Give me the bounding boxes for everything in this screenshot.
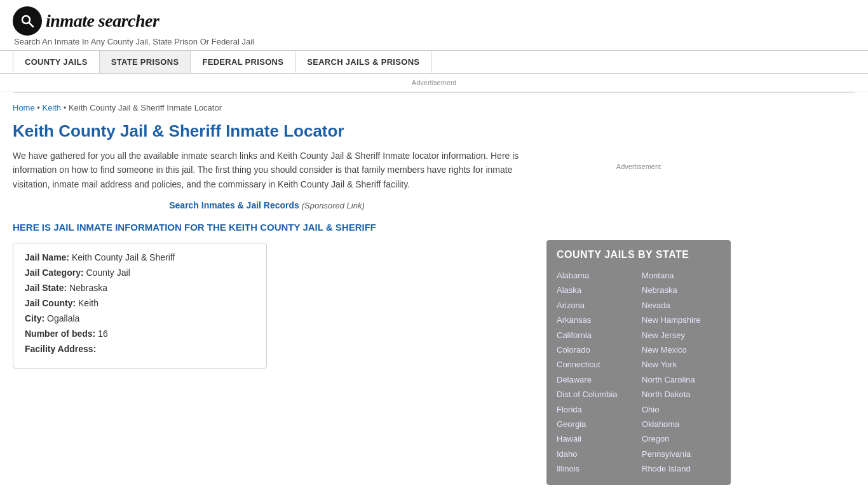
state-link-georgia[interactable]: Georgia: [557, 419, 586, 429]
main-nav: COUNTY JAILS STATE PRISONS FEDERAL PRISO…: [0, 50, 868, 74]
state-link-oregon[interactable]: Oregon: [642, 434, 669, 444]
main-content: Home • Keith • Keith County Jail & Sheri…: [13, 93, 534, 485]
sponsored-link-area: Search Inmates & Jail Records (Sponsored…: [13, 200, 521, 210]
nav-county-jails[interactable]: COUNTY JAILS: [13, 51, 100, 73]
jail-county-label: Jail County:: [25, 298, 76, 308]
state-link-connecticut[interactable]: Connecticut: [557, 360, 600, 369]
state-link-delaware[interactable]: Delaware: [557, 375, 592, 384]
nav-state-prisons[interactable]: STATE PRISONS: [99, 51, 191, 73]
state-link-arkansas[interactable]: Arkansas: [557, 315, 591, 325]
sponsored-note: (Sponsored Link): [302, 201, 365, 210]
page-description: We have gathered for you all the availab…: [13, 149, 521, 191]
ad-sidebar: Advertisement: [546, 103, 731, 230]
tagline: Search An Inmate In Any County Jail, Sta…: [14, 37, 855, 46]
jail-address-row: Facility Address:: [25, 344, 255, 354]
breadcrumb-home[interactable]: Home: [13, 103, 35, 112]
state-link-hawaii[interactable]: Hawaii: [557, 434, 581, 444]
jail-beds-label: Number of beds:: [25, 329, 95, 339]
state-link-nebraska[interactable]: Nebraska: [642, 285, 677, 295]
state-link-pennsylvania[interactable]: Pennsylvania: [642, 449, 691, 459]
state-link-new-york[interactable]: New York: [642, 360, 677, 369]
county-jails-by-state-box: COUNTY JAILS BY STATE Alabama Alaska Ari…: [546, 240, 731, 485]
state-link-alaska[interactable]: Alaska: [557, 285, 581, 295]
jail-state-value: Nebraska: [69, 283, 107, 293]
state-link-new-jersey[interactable]: New Jersey: [642, 330, 685, 340]
state-link-colorado[interactable]: Colorado: [557, 345, 590, 355]
jail-county-value: Keith: [78, 298, 98, 308]
state-link-new-hampshire[interactable]: New Hampshire: [642, 315, 700, 325]
jail-county-row: Jail County: Keith: [25, 298, 255, 308]
state-link-north-dakota[interactable]: North Dakota: [642, 390, 691, 399]
jail-city-row: City: Ogallala: [25, 313, 255, 323]
states-grid: Alabama Alaska Arizona Arkansas Californ…: [557, 268, 721, 476]
jail-address-label: Facility Address:: [25, 344, 96, 354]
state-link-oklahoma[interactable]: Oklahoma: [642, 419, 679, 429]
jail-state-row: Jail State: Nebraska: [25, 283, 255, 293]
logo-area: inmate searcher: [13, 6, 855, 36]
state-link-rhode-island[interactable]: Rhode Island: [642, 464, 691, 473]
jail-beds-value: 16: [98, 329, 108, 339]
sidebar: Advertisement COUNTY JAILS BY STATE Alab…: [534, 93, 731, 485]
logo-icon: [13, 6, 42, 36]
jail-state-label: Jail State:: [25, 283, 67, 293]
state-link-illinois[interactable]: Illinois: [557, 464, 580, 473]
county-jails-title: COUNTY JAILS BY STATE: [557, 249, 721, 261]
state-link-ohio[interactable]: Ohio: [642, 405, 659, 414]
nav-federal-prisons[interactable]: FEDERAL PRISONS: [190, 51, 295, 73]
svg-line-1: [29, 23, 34, 27]
state-link-florida[interactable]: Florida: [557, 405, 582, 414]
jail-category-row: Jail Category: County Jail: [25, 268, 255, 278]
state-link-alabama[interactable]: Alabama: [557, 271, 589, 280]
jail-name-row: Jail Name: Keith County Jail & Sheriff: [25, 252, 255, 262]
state-link-idaho[interactable]: Idaho: [557, 449, 578, 459]
state-link-montana[interactable]: Montana: [642, 271, 674, 280]
breadcrumb: Home • Keith • Keith County Jail & Sheri…: [13, 103, 521, 112]
state-link-north-carolina[interactable]: North Carolina: [642, 375, 695, 384]
ad-banner-top: Advertisement: [0, 74, 868, 92]
jail-category-label: Jail Category:: [25, 268, 84, 278]
jail-name-value: Keith County Jail & Sheriff: [72, 252, 175, 262]
page-title: Keith County Jail & Sheriff Inmate Locat…: [13, 121, 521, 141]
jail-city-label: City:: [25, 313, 44, 323]
states-column-right: Montana Nebraska Nevada New Hampshire Ne…: [642, 268, 721, 476]
jail-city-value: Ogallala: [47, 313, 79, 323]
state-link-california[interactable]: California: [557, 330, 592, 340]
state-link-new-mexico[interactable]: New Mexico: [642, 345, 687, 355]
jail-name-label: Jail Name:: [25, 252, 69, 262]
state-link-nevada[interactable]: Nevada: [642, 301, 670, 310]
nav-search-jails[interactable]: SEARCH JAILS & PRISONS: [295, 51, 431, 73]
sponsored-link-anchor[interactable]: Search Inmates & Jail Records: [169, 200, 299, 210]
breadcrumb-parent[interactable]: Keith: [42, 103, 61, 112]
states-column-left: Alabama Alaska Arizona Arkansas Californ…: [557, 268, 635, 476]
jail-section-heading: HERE IS JAIL INMATE INFORMATION FOR THE …: [13, 222, 521, 233]
jail-beds-row: Number of beds: 16: [25, 329, 255, 339]
jail-category-value: County Jail: [86, 268, 130, 278]
state-link-dc[interactable]: Dist.of Columbia: [557, 390, 617, 399]
breadcrumb-current: Keith County Jail & Sheriff Inmate Locat…: [69, 103, 222, 112]
state-link-arizona[interactable]: Arizona: [557, 301, 585, 310]
jail-info-box: Jail Name: Keith County Jail & Sheriff J…: [13, 243, 267, 369]
